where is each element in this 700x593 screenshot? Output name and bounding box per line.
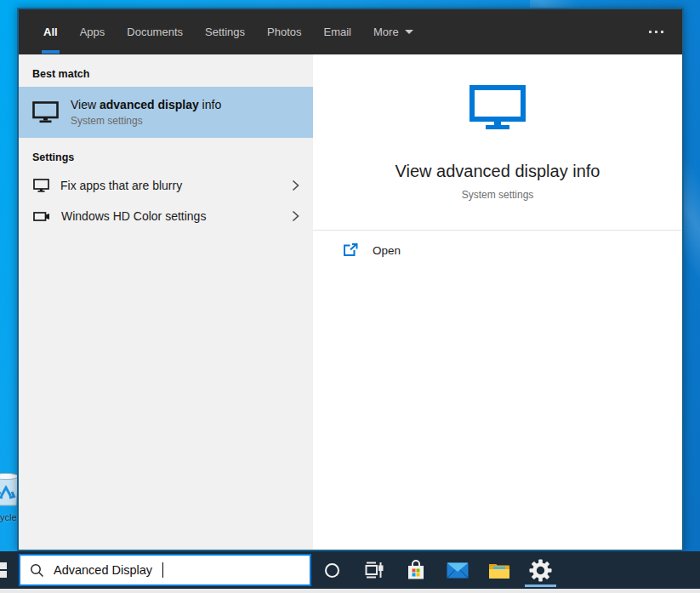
best-match-title: View advanced display info <box>71 98 221 111</box>
search-icon <box>30 563 44 578</box>
result-preview-pane: View advanced display info System settin… <box>313 54 682 550</box>
best-match-section-label: Best match <box>32 68 299 80</box>
file-explorer-icon <box>488 562 510 579</box>
chevron-down-icon <box>405 30 413 34</box>
chevron-right-icon <box>292 210 299 222</box>
result-fix-apps-blurry[interactable]: Fix apps that are blurry <box>19 170 313 201</box>
open-label: Open <box>373 244 401 257</box>
ellipsis-dot <box>649 31 652 33</box>
mail-button[interactable] <box>436 551 478 589</box>
preview-title: View advanced display info <box>313 162 682 181</box>
monitor-icon-large <box>470 85 526 129</box>
cortana-icon <box>325 563 339 578</box>
start-button[interactable] <box>0 551 14 589</box>
preview-subtitle: System settings <box>313 189 682 201</box>
search-filter-tabbar: All Apps Documents Settings Photos Email… <box>19 9 682 54</box>
result-windows-hd-color[interactable]: Windows HD Color settings <box>19 201 313 231</box>
ellipsis-dot <box>661 31 663 33</box>
search-flyout-panel: All Apps Documents Settings Photos Email… <box>17 8 684 551</box>
tab-photos[interactable]: Photos <box>256 9 312 54</box>
best-match-subtitle: System settings <box>71 115 221 127</box>
tab-more[interactable]: More <box>362 9 424 54</box>
taskbar: Advanced Display <box>0 551 700 589</box>
cortana-button[interactable] <box>311 551 353 589</box>
windows-logo-icon <box>0 562 7 578</box>
screen-bottom-strip <box>0 589 700 593</box>
chevron-right-icon <box>292 180 299 191</box>
microsoft-store-icon <box>406 560 426 581</box>
result-label: Windows HD Color settings <box>61 209 206 223</box>
search-results-pane: Best match View advanced display info Sy… <box>19 54 313 550</box>
result-label: Fix apps that are blurry <box>60 179 182 192</box>
microsoft-store-button[interactable] <box>395 551 436 589</box>
task-view-button[interactable] <box>353 551 395 589</box>
file-explorer-button[interactable] <box>478 551 520 589</box>
tab-email[interactable]: Email <box>312 9 362 54</box>
monitor-icon <box>33 179 49 192</box>
settings-button[interactable] <box>520 551 561 589</box>
open-action[interactable]: Open <box>313 231 682 257</box>
options-ellipsis-button[interactable] <box>649 9 663 54</box>
monitor-icon <box>32 101 59 123</box>
open-external-icon <box>343 243 358 257</box>
text-caret <box>162 562 163 578</box>
mail-icon <box>447 562 469 579</box>
tab-all[interactable]: All <box>32 9 69 54</box>
search-input-value: Advanced Display <box>54 563 152 577</box>
tab-settings[interactable]: Settings <box>194 9 256 54</box>
settings-gear-icon <box>529 559 552 582</box>
tab-documents[interactable]: Documents <box>116 9 194 54</box>
best-match-result[interactable]: View advanced display info System settin… <box>19 87 313 138</box>
settings-section-label: Settings <box>32 151 299 163</box>
taskbar-search-box[interactable]: Advanced Display <box>19 554 311 586</box>
task-view-icon <box>365 562 384 579</box>
ellipsis-dot <box>655 31 657 33</box>
tab-more-label: More <box>373 26 399 38</box>
video-hd-icon <box>33 211 50 222</box>
tab-apps[interactable]: Apps <box>69 9 117 54</box>
